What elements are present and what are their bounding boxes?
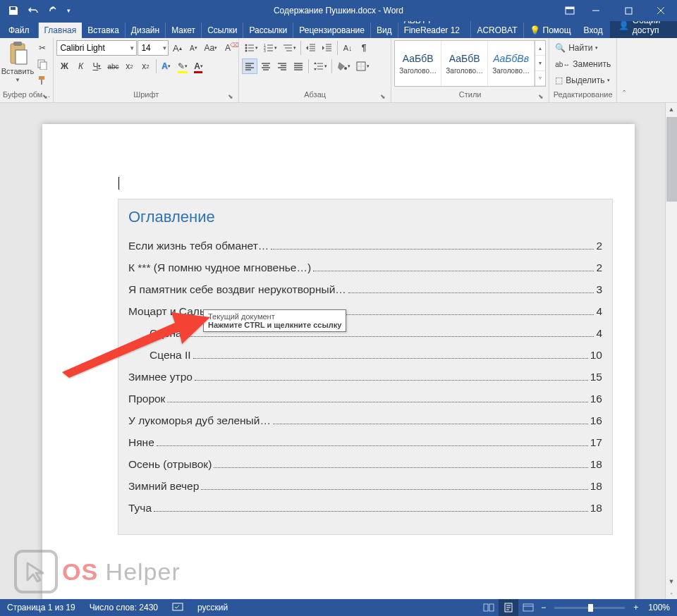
font-launcher[interactable]: ⬊ — [226, 93, 234, 101]
show-marks-button[interactable]: ¶ — [356, 40, 372, 56]
scroll-thumb[interactable] — [666, 117, 677, 202]
paste-button[interactable]: Вставить ▼ — [3, 40, 32, 85]
copy-button[interactable] — [35, 56, 50, 72]
subscript-button[interactable]: x2 — [122, 58, 138, 74]
numbering-button[interactable]: 123▾ — [261, 40, 279, 56]
bullets-button[interactable]: ▾ — [242, 40, 260, 56]
font-size-combo[interactable]: ▼ — [138, 40, 169, 56]
web-layout-icon — [523, 603, 534, 612]
ribbon-display-options-button[interactable] — [560, 0, 580, 21]
shading-button[interactable]: ▾ — [334, 58, 353, 74]
scroll-down-button[interactable]: ▼ — [666, 575, 677, 587]
style-heading2[interactable]: АаБбВЗаголово… — [441, 41, 488, 86]
toc-entry[interactable]: Туча18 — [128, 497, 602, 519]
styles-launcher[interactable]: ⬊ — [537, 93, 544, 101]
table-of-contents[interactable]: Оглавление Если жизнь тебя обманет…2К **… — [118, 199, 612, 534]
zoom-out-button[interactable]: − — [538, 599, 549, 616]
status-word-count[interactable]: Число слов: 2430 — [83, 599, 165, 616]
minimize-button[interactable] — [580, 0, 612, 21]
toc-entry[interactable]: Сцена I4 — [128, 322, 602, 344]
toc-entry[interactable]: К *** (Я помню чудное мгновенье…)2 — [128, 257, 602, 278]
browse-object-button[interactable]: ◦ — [666, 587, 677, 599]
undo-button[interactable] — [24, 2, 42, 19]
find-button[interactable]: 🔍Найти▾ — [552, 40, 614, 56]
clipboard-launcher[interactable]: ⬊ — [41, 93, 49, 101]
highlight-button[interactable]: ✎▾ — [175, 58, 190, 74]
vertical-scrollbar[interactable]: ▲ ▼ ◦ — [665, 103, 677, 599]
paragraph-launcher[interactable]: ⬊ — [379, 93, 386, 101]
toc-entry[interactable]: Няне17 — [128, 431, 602, 453]
tab-review[interactable]: Рецензирование — [293, 23, 371, 38]
view-web-layout-button[interactable] — [518, 599, 538, 616]
tab-references[interactable]: Ссылки — [202, 23, 243, 38]
scroll-up-button[interactable]: ▲ — [666, 103, 677, 115]
redo-button[interactable] — [44, 2, 62, 19]
font-color-button[interactable]: A▾ — [191, 58, 207, 74]
align-left-button[interactable] — [242, 58, 257, 74]
status-proofing[interactable] — [165, 599, 190, 616]
align-center-button[interactable] — [258, 58, 274, 74]
toc-entry[interactable]: Зимний вечер18 — [128, 475, 602, 497]
increase-indent-button[interactable] — [319, 40, 335, 56]
style-heading1[interactable]: АаБбВЗаголово… — [395, 41, 441, 86]
toc-entry[interactable]: Я памятник себе воздвиг нерукотворный…3 — [128, 278, 602, 300]
save-button[interactable] — [4, 2, 23, 19]
superscript-button[interactable]: x2 — [138, 58, 154, 74]
collapse-ribbon-button[interactable]: ˆ — [617, 38, 631, 102]
borders-button[interactable]: ▾ — [353, 58, 372, 74]
sort-button[interactable]: A↓ — [340, 40, 355, 56]
change-case-button[interactable]: Aa▾ — [202, 40, 219, 56]
tab-design[interactable]: Дизайн — [126, 23, 166, 38]
tab-insert[interactable]: Вставка — [82, 23, 126, 38]
close-button[interactable] — [645, 0, 677, 21]
justify-button[interactable] — [291, 58, 306, 74]
line-spacing-button[interactable]: ▾ — [311, 58, 329, 74]
replace-button[interactable]: ab↔Заменить — [552, 56, 614, 72]
view-print-layout-button[interactable] — [499, 599, 518, 616]
align-right-button[interactable] — [274, 58, 290, 74]
status-page[interactable]: Страница 1 из 19 — [0, 599, 83, 616]
toc-entry[interactable]: Сцена II10 — [128, 344, 602, 366]
zoom-slider[interactable] — [554, 607, 625, 609]
zoom-level[interactable]: 100% — [641, 599, 677, 616]
cut-button[interactable]: ✂ — [35, 40, 50, 56]
italic-button[interactable]: К — [73, 58, 88, 74]
decrease-indent-button[interactable] — [303, 40, 319, 56]
toc-entry[interactable]: Зимнее утро15 — [128, 366, 602, 388]
toc-entry[interactable]: У лукоморья дуб зеленый…16 — [128, 409, 602, 431]
login-button[interactable]: Вход — [577, 23, 610, 38]
tab-layout[interactable]: Макет — [166, 23, 202, 38]
tab-home[interactable]: Главная — [39, 23, 83, 38]
tab-view[interactable]: Вид — [371, 23, 398, 38]
toc-entry[interactable]: Пророк16 — [128, 388, 602, 409]
tell-me-button[interactable]: 💡Помощ — [524, 23, 577, 38]
select-button[interactable]: ⬚Выделить▾ — [552, 73, 614, 88]
underline-button[interactable]: Ч▾ — [89, 58, 104, 74]
cursor-logo-icon — [14, 550, 58, 593]
zoom-slider-thumb[interactable] — [588, 604, 593, 612]
tab-file[interactable]: Файл — [0, 23, 39, 38]
toc-entry[interactable]: Если жизнь тебя обманет…2 — [128, 235, 602, 257]
bold-button[interactable]: Ж — [56, 58, 72, 74]
font-name-combo[interactable]: ▼ — [56, 40, 137, 56]
format-painter-button[interactable] — [35, 73, 50, 88]
toc-entry[interactable]: Моцарт и Сальери4 — [128, 300, 602, 322]
clear-formatting-button[interactable]: A⌫ — [220, 40, 236, 56]
shrink-font-button[interactable]: A▾ — [185, 40, 201, 56]
zoom-in-button[interactable]: + — [630, 599, 641, 616]
style-heading3[interactable]: АаБбВвЗаголово… — [488, 41, 535, 86]
multilevel-list-button[interactable]: ▾ — [280, 40, 298, 56]
toc-entry[interactable]: Осень (отрывок)18 — [128, 453, 602, 475]
styles-gallery[interactable]: АаБбВЗаголово… АаБбВЗаголово… АаБбВвЗаго… — [394, 40, 546, 87]
tab-mailings[interactable]: Рассылки — [243, 23, 293, 38]
grow-font-button[interactable]: A▴ — [169, 40, 185, 56]
status-language[interactable]: русский — [190, 599, 235, 616]
strikethrough-button[interactable]: abc — [105, 58, 121, 74]
page[interactable]: Оглавление Если жизнь тебя обманет…2К **… — [42, 124, 635, 599]
tab-acrobat[interactable]: ACROBAT — [471, 23, 523, 38]
view-read-mode-button[interactable] — [479, 599, 499, 616]
styles-more[interactable]: ▴▾▿ — [535, 41, 545, 86]
qat-customize-button[interactable]: ▾ — [63, 2, 73, 19]
text-effects-button[interactable]: A▾ — [159, 58, 174, 74]
maximize-button[interactable] — [612, 0, 645, 21]
